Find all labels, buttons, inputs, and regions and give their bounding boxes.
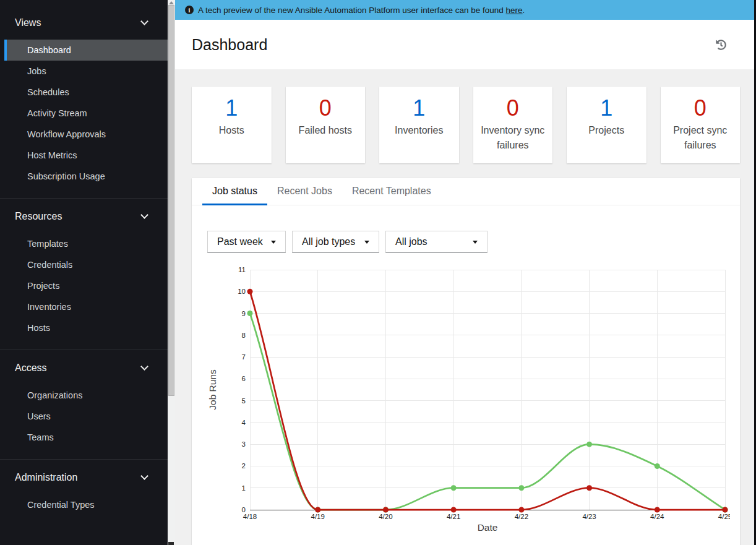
sidebar-section-administration: AdministrationCredential Types: [0, 459, 168, 525]
failed-jobs-point[interactable]: [383, 507, 389, 513]
sidebar-item-list: DashboardJobsSchedulesActivity StreamWor…: [0, 40, 168, 187]
sidebar-item-projects[interactable]: Projects: [4, 275, 168, 296]
failed-jobs-point[interactable]: [586, 485, 592, 491]
sidebar-item-organizations[interactable]: Organizations: [4, 385, 168, 406]
sidebar-section-title: Administration: [15, 472, 77, 483]
sidebar-item-templates[interactable]: Templates: [4, 233, 168, 254]
caret-down-icon: [364, 241, 369, 244]
chevron-down-icon[interactable]: [140, 363, 148, 371]
successful-jobs-point[interactable]: [655, 463, 660, 469]
card-count-link[interactable]: 0: [473, 94, 553, 123]
sidebar-section-resources: ResourcesTemplatesCredentialsProjectsInv…: [0, 198, 168, 348]
history-icon[interactable]: [716, 40, 726, 50]
chevron-down-icon[interactable]: [140, 211, 148, 219]
failed-jobs-point[interactable]: [723, 507, 728, 513]
banner-text: A tech preview of the new Ansible Automa…: [198, 6, 504, 15]
job-status-panel: Job statusRecent JobsRecent Templates Pa…: [192, 178, 740, 545]
y-tick-label: 6: [242, 375, 246, 382]
sidebar-section-header[interactable]: Views: [0, 14, 168, 32]
scrollbar-corner: [168, 542, 174, 545]
sidebar-scrollbar-thumb[interactable]: [168, 5, 174, 396]
sidebar-section-header[interactable]: Access: [0, 359, 168, 377]
sidebar-item-hosts[interactable]: Hosts: [4, 317, 168, 338]
failed-jobs-point[interactable]: [247, 289, 253, 294]
x-tick-label: 4/19: [311, 513, 325, 520]
card-count-link[interactable]: 0: [661, 94, 741, 123]
sidebar-item-subscription-usage[interactable]: Subscription Usage: [4, 166, 168, 187]
summary-cards: 1Hosts0Failed hosts1Inventories0Inventor…: [192, 87, 740, 163]
sidebar-item-list: Credential Types: [0, 494, 168, 515]
tab-job-status[interactable]: Job status: [202, 178, 267, 205]
y-tick-label: 4: [242, 419, 246, 426]
successful-jobs-point[interactable]: [247, 311, 253, 316]
app-window: ViewsDashboardJobsSchedulesActivity Stre…: [0, 0, 756, 545]
card-count-link[interactable]: 1: [567, 94, 646, 123]
job-type-select[interactable]: All job types: [292, 231, 379, 253]
x-tick-label: 4/24: [650, 513, 664, 520]
y-tick-label: 2: [242, 462, 246, 470]
sidebar-scrollbar[interactable]: [168, 0, 175, 545]
sidebar-item-teams[interactable]: Teams: [4, 427, 168, 448]
sidebar-item-users[interactable]: Users: [4, 406, 168, 427]
sidebar: ViewsDashboardJobsSchedulesActivity Stre…: [0, 0, 168, 545]
tech-preview-link[interactable]: here: [506, 6, 523, 15]
sidebar-item-host-metrics[interactable]: Host Metrics: [4, 145, 168, 166]
sidebar-item-jobs[interactable]: Jobs: [4, 61, 168, 82]
job-select[interactable]: All jobs: [385, 231, 488, 253]
filter-bar: Past weekAll job typesAll jobs: [192, 205, 740, 253]
failed-jobs-point[interactable]: [451, 507, 457, 513]
sidebar-section-views: ViewsDashboardJobsSchedulesActivity Stre…: [0, 14, 168, 197]
y-tick-label: 3: [242, 440, 246, 448]
successful-jobs-point[interactable]: [586, 442, 592, 447]
y-tick-label: 10: [238, 288, 246, 295]
failed-jobs-point[interactable]: [655, 507, 660, 513]
banner-suffix: .: [523, 6, 525, 15]
tab-recent-jobs[interactable]: Recent Jobs: [267, 178, 342, 205]
sidebar-item-inventories[interactable]: Inventories: [4, 296, 168, 317]
card-label: Inventories: [379, 123, 459, 138]
chevron-down-icon[interactable]: [140, 472, 148, 480]
x-tick-label: 4/20: [379, 513, 392, 520]
x-tick-label: 4/23: [582, 513, 596, 520]
x-tick-label: 4/22: [515, 513, 528, 520]
select-value: All jobs: [395, 236, 427, 247]
summary-card-inventories: 1Inventories: [379, 87, 459, 163]
period-select[interactable]: Past week: [207, 231, 286, 253]
history-icon-glyph: [716, 40, 726, 50]
card-label: Hosts: [192, 123, 272, 138]
dashboard-content: 1Hosts0Failed hosts1Inventories0Inventor…: [175, 69, 754, 545]
sidebar-item-activity-stream[interactable]: Activity Stream: [4, 103, 168, 124]
sidebar-section-title: Resources: [15, 211, 62, 222]
failed-jobs-point[interactable]: [518, 507, 524, 513]
chevron-down-icon[interactable]: [140, 17, 148, 25]
successful-jobs-point[interactable]: [518, 485, 524, 491]
select-value: Past week: [217, 236, 263, 247]
card-count-link[interactable]: 1: [192, 94, 272, 123]
x-axis-label: Date: [478, 522, 498, 533]
sidebar-section-header[interactable]: Administration: [0, 468, 168, 487]
sidebar-item-workflow-approvals[interactable]: Workflow Approvals: [4, 124, 168, 145]
job-status-chart-svg: 012345678910114/184/194/204/214/224/234/…: [207, 264, 730, 538]
card-count-link[interactable]: 0: [286, 94, 366, 123]
card-label: Failed hosts: [286, 123, 366, 138]
sidebar-section-header[interactable]: Resources: [0, 207, 168, 226]
summary-card-inventory-sync-failures: 0Inventory sync failures: [473, 87, 553, 163]
sidebar-item-credential-types[interactable]: Credential Types: [4, 494, 168, 515]
failed-jobs-point[interactable]: [315, 507, 320, 513]
tab-recent-templates[interactable]: Recent Templates: [342, 178, 441, 205]
successful-jobs-point[interactable]: [451, 485, 457, 491]
sidebar-item-dashboard[interactable]: Dashboard: [4, 40, 168, 61]
y-tick-label: 1: [242, 484, 246, 492]
sidebar-item-list: OrganizationsUsersTeams: [0, 385, 168, 448]
summary-card-project-sync-failures: 0Project sync failures: [661, 87, 741, 163]
scrollbar-up-arrow-icon[interactable]: [169, 1, 174, 4]
job-runs-chart: 012345678910114/184/194/204/214/224/234/…: [207, 264, 740, 545]
card-count-link[interactable]: 1: [379, 94, 459, 123]
successful-jobs-line: [250, 314, 725, 510]
tech-preview-banner: i A tech preview of the new Ansible Auto…: [175, 0, 754, 20]
sidebar-item-schedules[interactable]: Schedules: [4, 82, 168, 103]
sidebar-section-title: Views: [15, 17, 41, 28]
y-tick-label: 11: [238, 266, 246, 273]
sidebar-item-credentials[interactable]: Credentials: [4, 254, 168, 275]
info-icon: i: [185, 6, 194, 14]
